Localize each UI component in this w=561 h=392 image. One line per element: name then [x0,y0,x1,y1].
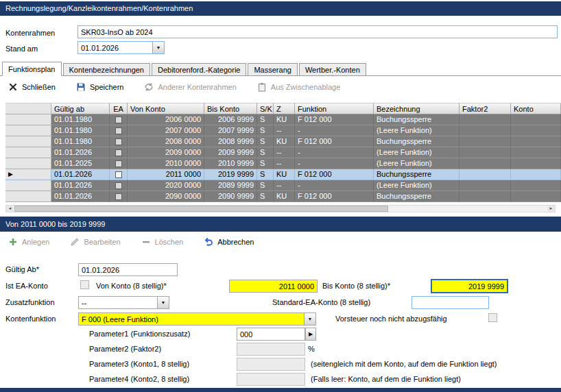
table-row[interactable]: 01.01.19802007 00002007 9999S---(Leere F… [5,125,561,136]
toolbar-button-speichern[interactable]: Speichern [76,82,124,92]
cell-gueltig-ab: 01.01.1980 [51,125,110,136]
cell-z: -- [274,147,295,158]
kontenfunktion-combobox[interactable]: F 000 (Leere Funktion) ▼ [78,313,316,326]
column-header-3[interactable]: Bis Konto [204,103,257,114]
ea-checkbox[interactable] [115,193,122,200]
parameter2-field[interactable] [237,343,305,356]
cell-faktor2 [459,114,511,125]
toolbar-button-abbrechen[interactable]: Abbrechen [204,237,254,247]
ea-checkbox[interactable] [115,171,122,178]
vorsteuer-label: Vorsteuer noch nicht abzugsfähig [335,315,447,323]
cell-sk: S [257,169,274,180]
toolbar-button-anderer-kontenrahmen: Anderer Kontenrahmen [144,82,236,92]
scrollbar-thumb[interactable] [14,206,388,212]
table-row[interactable]: 01.01.19802008 00002008 9999SKUF 012 000… [5,136,561,147]
table-row[interactable]: 01.01.20262009 00002009 9999S---(Leere F… [5,147,561,158]
cell-bezeichnung: Buchungssperre [374,136,459,147]
cell-gueltig-ab: 01.01.2026 [51,169,110,180]
cell-z: -- [274,180,295,191]
zusatzfunktion-label: Zusatzfunktion [5,298,55,307]
cell-gueltig-ab: 01.01.2026 [51,191,110,202]
cell-konto [511,114,561,125]
bis-konto-field[interactable]: 2019 9999 [431,279,508,293]
parameter3-label: Parameter3 (Konto1, 8 stellig) [89,360,189,369]
chevron-down-icon[interactable]: ▼ [152,42,164,53]
scroll-right-icon[interactable]: ► [547,206,555,212]
cell-sk: S [257,114,274,125]
vorsteuer-checkbox[interactable] [488,313,497,322]
scrollbar-track[interactable] [14,206,547,212]
ea-checkbox[interactable] [115,117,122,123]
cell-konto [511,125,561,136]
ea-checkbox[interactable] [115,160,122,167]
gueltig-ab-field[interactable]: 01.01.2026 [78,263,178,276]
cell-sk: S [257,125,274,136]
tab-debitorenford-kategorie[interactable]: Debitorenford.-Kategorie [152,63,246,76]
scroll-left-icon[interactable]: ◄ [6,206,14,212]
tab-kontenbezeichnungen[interactable]: Kontenbezeichnungen [63,63,150,76]
plus-icon [8,237,18,247]
row-selector [5,147,51,158]
column-header-5[interactable]: Z [274,103,295,114]
kontenfunktion-value: F 000 (Leere Funktion) [79,313,304,325]
tab-wertber-konten[interactable]: Wertber.-Konten [299,63,366,76]
chevron-down-icon[interactable]: ▼ [157,297,169,308]
toolbar-label-loeschen: Löschen [155,238,184,246]
standard-ea-konto-field[interactable] [411,296,489,309]
undo-icon [204,237,213,247]
table-row[interactable]: 01.01.20252010 00002010 9999S---(Leere F… [5,158,561,169]
ea-checkbox[interactable] [115,127,122,134]
ea-checkbox[interactable] [115,149,122,156]
table-row[interactable]: 01.01.20262020 00002089 9999S---(Leere F… [5,180,561,191]
kontenrahmen-field[interactable]: SKR03-InsO ab 2024 [77,25,558,38]
column-header-selector [5,103,51,114]
cell-von-konto: 2090 0000 [128,191,204,202]
detail-panel-title: Von 2011 0000 bis 2019 9999 [0,217,561,232]
toolbar-label-schliessen: Schließen [22,83,56,91]
table-row[interactable]: ▶01.01.20262011 00002019 9999SKUF 012 00… [5,169,561,180]
von-konto-field[interactable]: 2011 0000 [229,280,318,293]
table-row[interactable]: 01.01.19802006 00002006 9999SKUF 012 000… [5,114,561,125]
toolbar-button-schliessen[interactable]: Schließen [8,82,56,92]
tab-masserang[interactable]: Masserang [248,63,297,76]
row-selector [5,125,51,136]
toolbar-button-loeschen: Löschen [141,237,184,247]
stand-am-combobox[interactable]: 01.01.2026 ▼ [77,41,165,54]
cell-sk: S [257,180,274,191]
parameter1-field[interactable]: 000 [237,328,305,341]
tab-funktionsplan[interactable]: Funktionsplan [2,62,62,76]
column-header-1[interactable]: EA [110,103,128,114]
cell-z: -- [274,125,295,136]
zusatzfunktion-combobox[interactable]: -- ▼ [78,296,169,309]
column-header-2[interactable]: Von Konto [128,103,204,114]
cell-z: KU [274,136,295,147]
detail-toolbar: AnlegenBearbeitenLöschenAbbrechen [0,232,561,252]
cell-konto [511,169,561,180]
parameter1-picker-button[interactable]: ▶ [305,328,316,341]
cell-z: KU [274,114,295,125]
save-icon [76,82,86,92]
column-header-0[interactable]: Gültig ab [51,103,110,114]
ea-checkbox[interactable] [115,138,122,145]
column-header-6[interactable]: Funktion [295,103,374,114]
ea-checkbox[interactable] [115,182,122,189]
column-header-9[interactable]: Konto [511,103,561,114]
cell-gueltig-ab: 01.01.1980 [51,114,110,125]
cell-sk: S [257,191,274,202]
ist-ea-konto-checkbox[interactable] [80,280,89,289]
column-header-8[interactable]: Faktor2 [459,103,511,114]
cell-ea [110,136,128,147]
row-selector [5,136,51,147]
cell-funktion: F 012 000 [295,136,374,147]
table-row[interactable]: 01.01.20262090 00002090 9999SKUF 012 000… [5,191,561,202]
cell-ea [110,191,128,202]
horizontal-scrollbar[interactable]: ◄ ► [5,205,556,212]
column-header-7[interactable]: Bezeichnung [374,103,459,114]
cell-bezeichnung: Buchungssperre [374,169,459,180]
chevron-down-icon[interactable]: ▼ [304,313,315,325]
toolbar-label-aus-zwischenablage: Aus Zwischenablage [271,83,341,91]
column-header-4[interactable]: S/K [257,103,274,114]
page-title: Rechnungslegung/Kanzleikontenrahmen/Kont… [0,1,561,16]
cell-ea [110,158,128,169]
cell-faktor2 [459,136,511,147]
